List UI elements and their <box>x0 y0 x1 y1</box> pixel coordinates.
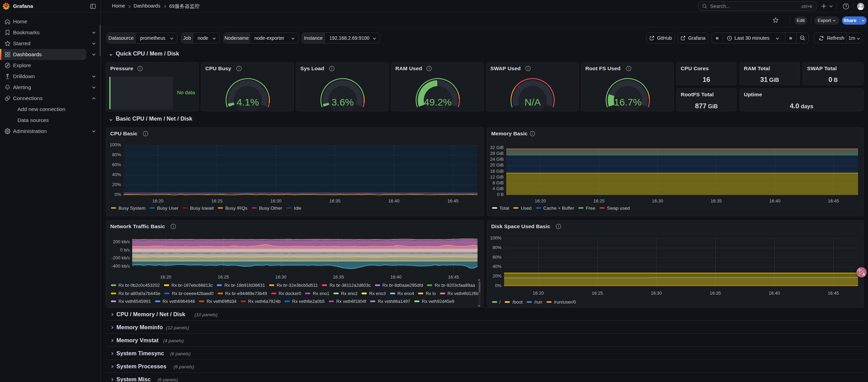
svg-text:49.2%: 49.2% <box>424 97 452 108</box>
svg-text:3.6%: 3.6% <box>331 97 354 108</box>
svg-text:16.7%: 16.7% <box>614 97 642 108</box>
svg-text:4.1%: 4.1% <box>237 97 259 108</box>
svg-text:N/A: N/A <box>525 97 541 108</box>
